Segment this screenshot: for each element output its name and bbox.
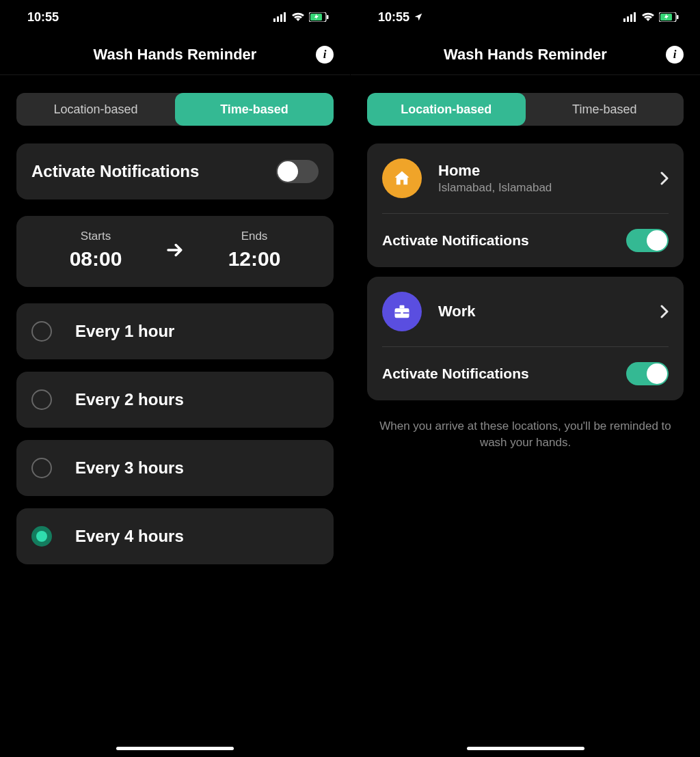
- info-button[interactable]: i: [316, 46, 334, 64]
- footnote-text: When you arrive at these locations, you'…: [367, 410, 684, 459]
- svg-rect-2: [280, 14, 282, 22]
- svg-rect-6: [327, 15, 329, 19]
- status-bar: 10:55: [351, 0, 700, 34]
- svg-rect-0: [273, 18, 275, 22]
- start-label: Starts: [31, 230, 160, 243]
- svg-rect-1: [277, 16, 279, 22]
- battery-icon: [309, 12, 329, 22]
- location-work-row[interactable]: Work: [382, 277, 669, 347]
- header: Wash Hands Reminder i: [0, 34, 350, 75]
- option-label: Every 2 hours: [75, 390, 184, 409]
- svg-rect-3: [284, 12, 286, 22]
- start-value: 08:00: [31, 247, 160, 271]
- option-label: Every 4 hours: [75, 527, 184, 546]
- segment-control: Location-based Time-based: [367, 93, 684, 126]
- svg-rect-17: [401, 312, 403, 314]
- interval-option-3[interactable]: Every 3 hours: [16, 440, 334, 496]
- status-time: 10:55: [27, 10, 59, 25]
- home-icon: [382, 159, 422, 198]
- radio-icon: [31, 321, 52, 342]
- phone-time-based: 10:55 Wash Hands Reminder i Location-bas…: [0, 0, 350, 757]
- header: Wash Hands Reminder i: [351, 34, 700, 75]
- svg-rect-13: [677, 15, 679, 19]
- tab-location-based[interactable]: Location-based: [367, 93, 526, 126]
- wifi-icon: [641, 12, 655, 22]
- battery-icon: [659, 12, 679, 22]
- location-home-card: Home Islamabad, Islamabad Activate Notif…: [367, 143, 684, 267]
- chevron-right-icon: [660, 305, 669, 318]
- location-name: Work: [438, 303, 644, 320]
- option-label: Every 3 hours: [75, 458, 184, 478]
- home-indicator[interactable]: [116, 747, 234, 750]
- status-time: 10:55: [378, 10, 409, 25]
- interval-option-4[interactable]: Every 4 hours: [16, 508, 334, 564]
- page-title: Wash Hands Reminder: [444, 46, 607, 64]
- location-arrow-icon: [414, 12, 423, 22]
- time-range-card[interactable]: Starts 08:00 Ends 12:00: [16, 216, 334, 287]
- signal-icon: [623, 12, 637, 22]
- location-work-card: Work Activate Notifications: [367, 277, 684, 400]
- activate-toggle[interactable]: [276, 160, 319, 183]
- svg-rect-9: [630, 14, 632, 22]
- location-sub: Islamabad, Islamabad: [438, 181, 644, 195]
- radio-icon: [31, 458, 52, 478]
- location-home-row[interactable]: Home Islamabad, Islamabad: [382, 143, 669, 214]
- phone-location-based: 10:55 Wash Hands Reminder i: [350, 0, 700, 757]
- status-icons: [273, 12, 329, 22]
- chevron-right-icon: [660, 171, 669, 185]
- status-icons: [623, 12, 679, 22]
- end-value: 12:00: [190, 247, 319, 271]
- arrow-right-icon: [160, 240, 190, 260]
- svg-rect-10: [634, 12, 636, 22]
- signal-icon: [273, 12, 287, 22]
- svg-rect-7: [623, 18, 625, 22]
- tab-time-based[interactable]: Time-based: [526, 93, 684, 126]
- option-label: Every 1 hour: [75, 322, 174, 341]
- home-indicator[interactable]: [467, 747, 584, 750]
- activate-label: Activate Notifications: [382, 366, 529, 382]
- activate-label: Activate Notifications: [31, 162, 199, 181]
- tab-location-based[interactable]: Location-based: [16, 93, 175, 126]
- activate-toggle-work[interactable]: [626, 362, 669, 385]
- activate-notifications-card: Activate Notifications: [16, 143, 334, 199]
- svg-rect-8: [627, 16, 629, 22]
- radio-icon: [31, 526, 52, 547]
- page-title: Wash Hands Reminder: [94, 46, 257, 64]
- radio-icon: [31, 389, 52, 410]
- start-time[interactable]: Starts 08:00: [31, 230, 160, 271]
- interval-option-2[interactable]: Every 2 hours: [16, 372, 334, 428]
- interval-option-1[interactable]: Every 1 hour: [16, 303, 334, 359]
- end-time[interactable]: Ends 12:00: [190, 230, 319, 271]
- activate-toggle-home[interactable]: [626, 229, 669, 252]
- activate-label: Activate Notifications: [382, 232, 529, 249]
- segment-control: Location-based Time-based: [16, 93, 334, 126]
- briefcase-icon: [382, 292, 422, 331]
- status-bar: 10:55: [0, 0, 350, 34]
- location-name: Home: [438, 162, 644, 180]
- info-button[interactable]: i: [666, 46, 684, 64]
- svg-rect-15: [400, 305, 405, 309]
- tab-time-based[interactable]: Time-based: [175, 93, 334, 126]
- end-label: Ends: [190, 230, 319, 243]
- wifi-icon: [291, 12, 305, 22]
